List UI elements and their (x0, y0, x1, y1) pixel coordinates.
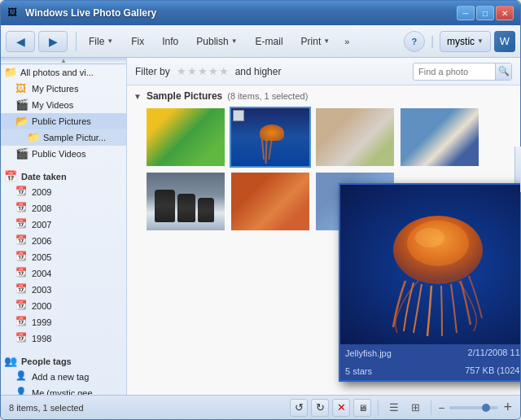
toolbar-sep-2: | (431, 34, 434, 49)
star-1[interactable]: ★ (177, 65, 186, 77)
collapse-arrow[interactable]: ▼ (134, 92, 142, 101)
my-pictures-label: My Pictures (32, 84, 78, 94)
sidebar-item-add-tag[interactable]: 👤 Add a new tag (1, 369, 126, 385)
add-tag-icon: 👤 (15, 370, 28, 383)
photo-thumb-tulips[interactable] (145, 107, 226, 168)
search-box: 🔍 (413, 63, 512, 81)
sidebar-year-2008[interactable]: 📆 2008 (1, 200, 126, 217)
list-view-button[interactable]: ☰ (385, 399, 403, 417)
preview-filename: Jellyfish.jpg (345, 348, 392, 358)
maximize-button[interactable]: □ (476, 6, 494, 20)
sidebar-year-2003[interactable]: 📆 2003 (1, 282, 126, 298)
close-button[interactable]: ✕ (496, 6, 514, 20)
photo-thumb-koala[interactable] (314, 107, 396, 168)
fix-label: Fix (131, 36, 144, 47)
sidebar-year-1998[interactable]: 📆 1998 (1, 330, 126, 347)
info-menu[interactable]: Info (155, 31, 186, 52)
grid-view-button[interactable]: ⊞ (406, 399, 424, 417)
sample-pictures-icon: 📁 (27, 131, 40, 144)
file-dropdown-arrow: ▼ (107, 37, 113, 45)
help-button[interactable]: ? (404, 31, 425, 52)
print-label: Print (301, 36, 322, 47)
photo-checkbox[interactable] (233, 110, 244, 121)
sidebar-year-2009[interactable]: 📆 2009 (1, 184, 126, 200)
my-videos-icon: 🎬 (15, 98, 28, 112)
print-menu[interactable]: Print ▼ (294, 31, 338, 52)
and-higher-label: and higher (235, 66, 282, 77)
refresh-back-button[interactable]: ↺ (290, 399, 308, 417)
preview-popup: Jellyfish.jpg 2/11/2008 11:32 AM 5 stars… (339, 183, 520, 382)
year-2008-label: 2008 (32, 203, 51, 213)
sidebar: ▲ 📁 All photos and vi... 🖼 My Pictures 🎬… (1, 58, 127, 395)
sidebar-year-2005[interactable]: 📆 2005 (1, 249, 126, 265)
zoom-slider[interactable] (449, 406, 498, 409)
photo-thumb-lighthouse[interactable] (399, 107, 480, 168)
public-pictures-icon: 📂 (15, 115, 28, 128)
star-4[interactable]: ★ (208, 65, 218, 77)
me-icon: 👤 (15, 387, 28, 395)
file-label: File (89, 36, 104, 47)
live-id-icon: W (500, 35, 510, 47)
status-text: 8 items, 1 selected (9, 403, 290, 413)
year-icon-2006: 📆 (15, 234, 28, 247)
star-5[interactable]: ★ (219, 65, 229, 77)
folder-icon: 📁 (4, 66, 17, 79)
sidebar-item-public-videos[interactable]: 🎬 Public Videos (1, 146, 126, 162)
svg-point-3 (415, 228, 444, 247)
sidebar-item-my-videos[interactable]: 🎬 My Videos (1, 97, 126, 113)
file-menu[interactable]: File ▼ (81, 31, 120, 52)
minimize-button[interactable]: ─ (457, 6, 475, 20)
public-videos-label: Public Videos (32, 149, 85, 159)
zoom-plus[interactable]: + (503, 399, 512, 416)
sidebar-item-me[interactable]: 👤 Me (mystic gee... (1, 385, 126, 395)
sidebar-year-2000[interactable]: 📆 2000 (1, 298, 126, 314)
year-icon-2005: 📆 (15, 251, 28, 264)
toolbar: ◀ ▶ File ▼ Fix Info Publish ▼ E-mail Pri… (1, 25, 520, 58)
status-bar: 8 items, 1 selected ↺ ↻ ✕ 🖥 ☰ ⊞ − + (1, 395, 520, 419)
publish-label: Publish (196, 36, 228, 47)
public-videos-icon: 🎬 (15, 147, 28, 160)
publish-menu[interactable]: Publish ▼ (189, 31, 244, 52)
fix-menu[interactable]: Fix (124, 31, 151, 52)
sidebar-item-sample-pictures[interactable]: 📁 Sample Pictur... (1, 129, 126, 146)
more-menu-button[interactable]: » (340, 31, 353, 52)
help-icon: ? (412, 37, 418, 46)
sidebar-year-2006[interactable]: 📆 2006 (1, 233, 126, 249)
star-rating[interactable]: ★ ★ ★ ★ ★ (177, 65, 229, 77)
publish-dropdown-arrow: ▼ (231, 37, 238, 45)
email-menu[interactable]: E-mail (248, 31, 291, 52)
email-label: E-mail (256, 36, 283, 47)
year-icon-2003: 📆 (15, 283, 28, 296)
sidebar-year-2007[interactable]: 📆 2007 (1, 217, 126, 233)
people-icon: 👥 (4, 355, 17, 367)
jellyfish-svg (340, 185, 520, 344)
search-input[interactable] (414, 67, 495, 77)
sidebar-year-2004[interactable]: 📆 2004 (1, 265, 126, 282)
sidebar-year-1999[interactable]: 📆 1999 (1, 314, 126, 330)
year-icon-2004: 📆 (15, 267, 28, 280)
photo-thumb-penguins[interactable] (145, 171, 226, 232)
refresh-button[interactable]: ↻ (311, 399, 329, 417)
forward-button[interactable]: ▶ (38, 31, 68, 52)
photo-thumb-jellyfish[interactable] (230, 107, 311, 168)
sidebar-item-all-photos[interactable]: 📁 All photos and vi... (1, 64, 126, 81)
back-button[interactable]: ◀ (6, 31, 35, 52)
main-window: 🖼 Windows Live Photo Gallery ─ □ ✕ ◀ ▶ F… (0, 0, 521, 420)
monitor-button[interactable]: 🖥 (353, 399, 371, 417)
more-icon: » (344, 37, 349, 46)
delete-button[interactable]: ✕ (332, 399, 350, 417)
year-icon-2008: 📆 (15, 202, 28, 215)
star-2[interactable]: ★ (187, 65, 197, 77)
sidebar-item-public-pictures[interactable]: 📂 Public Pictures (1, 113, 126, 129)
photo-thumb-desert[interactable] (230, 171, 311, 232)
my-pictures-icon: 🖼 (15, 82, 28, 95)
user-button[interactable]: mystic ▼ (440, 31, 491, 52)
search-button[interactable]: 🔍 (495, 63, 511, 80)
sidebar-item-my-pictures[interactable]: 🖼 My Pictures (1, 81, 126, 97)
sidebar-resize-handle[interactable]: ▲ (1, 58, 126, 64)
live-id-button[interactable]: W (494, 31, 515, 52)
star-3[interactable]: ★ (198, 65, 208, 77)
separator-1 (76, 32, 77, 51)
zoom-minus[interactable]: − (438, 401, 444, 414)
window-title: Windows Live Photo Gallery (25, 7, 457, 19)
